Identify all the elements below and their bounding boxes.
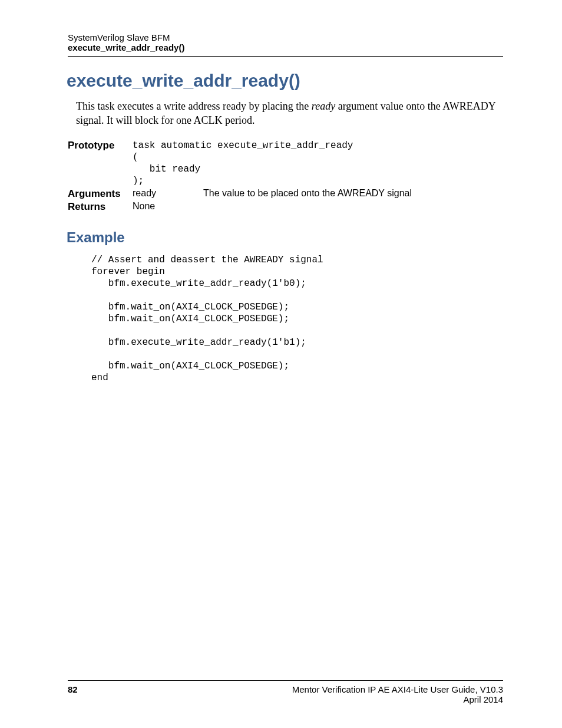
footer-divider [68,680,503,681]
header-divider [68,56,503,57]
returns-value: None [133,201,503,212]
arguments-label: Arguments [68,188,133,200]
desc-italic: ready [312,100,335,112]
desc-text-1: This task executes a write address ready… [76,100,312,112]
page-footer: 82 Mentor Verification IP AE AXI4-Lite U… [68,680,503,704]
header-topic: execute_write_addr_ready() [68,42,503,52]
argument-name: ready [133,188,203,199]
prototype-row: Prototype task automatic execute_write_a… [68,140,503,187]
page-number: 82 [68,684,78,704]
arguments-row: Arguments ready The value to be placed o… [68,188,503,200]
footer-guide-title: Mentor Verification IP AE AXI4-Lite User… [292,684,503,694]
example-heading: Example [67,229,503,246]
argument-description: The value to be placed onto the AWREADY … [203,188,412,199]
footer-date: April 2014 [292,694,503,704]
definition-section: Prototype task automatic execute_write_a… [68,140,503,213]
header-chapter: SystemVerilog Slave BFM [68,32,503,42]
prototype-label: Prototype [68,140,133,151]
returns-label: Returns [68,201,133,213]
page-header: SystemVerilog Slave BFM execute_write_ad… [68,32,503,57]
returns-row: Returns None [68,201,503,213]
description-paragraph: This task executes a write address ready… [76,99,503,128]
page-title: execute_write_addr_ready() [67,71,503,91]
example-code-block: // Assert and deassert the AWREADY signa… [91,254,503,384]
prototype-code: task automatic execute_write_addr_ready … [133,140,503,187]
